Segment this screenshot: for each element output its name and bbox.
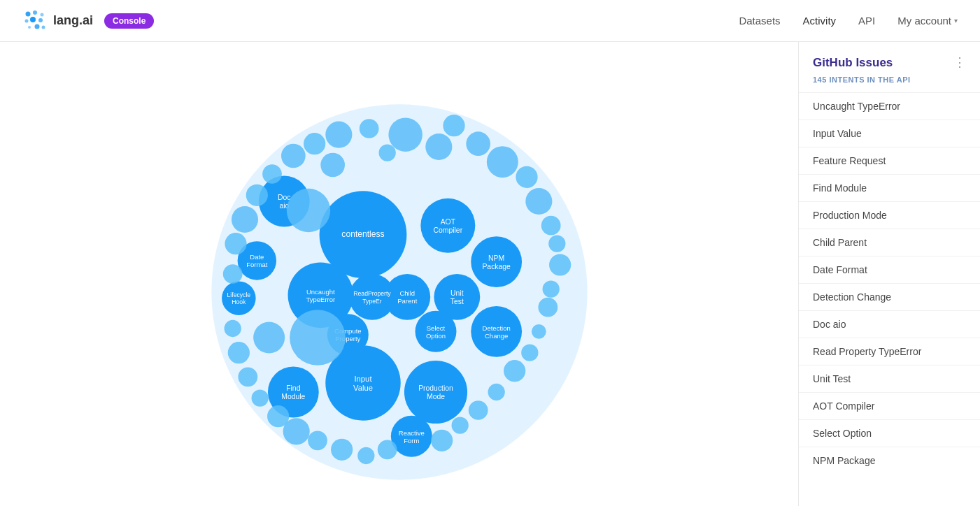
bubble-small12[interactable]	[538, 298, 558, 317]
svg-point-75	[246, 185, 267, 206]
svg-point-67	[267, 405, 289, 427]
bubble-small32[interactable]	[231, 206, 257, 233]
bubble-small34[interactable]	[262, 164, 282, 184]
bubble-production-mode[interactable]: ProductionMode	[404, 361, 467, 424]
bubble-small1[interactable]	[388, 117, 422, 152]
bubble-small21[interactable]	[357, 447, 374, 464]
sidebar-header: GitHub Issues ⋮	[799, 42, 980, 75]
sidebar-item-select-option[interactable]: Select Option	[799, 419, 980, 447]
sidebar-item-npm-package[interactable]: NPM Package	[799, 447, 980, 474]
svg-point-35	[349, 274, 395, 320]
bubble-small6[interactable]	[516, 166, 537, 188]
bubble-small10[interactable]	[549, 254, 571, 275]
bubble-small37[interactable]	[325, 122, 352, 148]
bubble-small14[interactable]	[521, 345, 538, 361]
bubble-small11[interactable]	[542, 281, 559, 298]
bubble-small15[interactable]	[504, 360, 525, 382]
sidebar-item-production-mode[interactable]: Production Mode	[799, 201, 980, 229]
bubble-small13[interactable]	[531, 324, 546, 339]
bubble-small20[interactable]	[377, 440, 397, 459]
bubble-detection-change[interactable]: DetectionChange	[471, 306, 522, 357]
bubble-small7[interactable]	[525, 188, 552, 215]
sidebar-item-input-value[interactable]: Input Value	[799, 120, 980, 147]
bubble-select-option[interactable]: SelectOption	[415, 311, 456, 352]
sidebar-item-uncaught-type-error[interactable]: Uncaught TypeError	[799, 92, 980, 120]
svg-point-48	[516, 166, 537, 188]
console-button[interactable]: Console	[104, 13, 154, 29]
svg-point-52	[549, 254, 571, 275]
svg-point-44	[425, 133, 452, 160]
nav-activity[interactable]: Activity	[803, 15, 837, 27]
svg-point-29	[415, 311, 456, 352]
svg-point-68	[251, 390, 268, 407]
svg-point-76	[262, 164, 282, 184]
bubble-small3[interactable]	[443, 115, 464, 136]
bubble-small38[interactable]	[359, 119, 378, 138]
sidebar-item-feature-request[interactable]: Feature Request	[799, 147, 980, 174]
bubble-small41[interactable]	[320, 153, 345, 178]
bubble-small23[interactable]	[308, 431, 327, 450]
sidebar-item-date-format[interactable]: Date Format	[799, 256, 980, 283]
bubble-small43[interactable]	[253, 321, 285, 353]
bubble-small39[interactable]	[378, 145, 395, 161]
bubble-small17[interactable]	[468, 400, 488, 420]
bubble-small28[interactable]	[227, 342, 249, 363]
bubble-small36[interactable]	[304, 133, 325, 154]
logo-icon	[22, 8, 48, 34]
sidebar-item-find-module[interactable]: Find Module	[799, 174, 980, 201]
bubble-small29[interactable]	[224, 320, 241, 337]
sidebar-item-read-property[interactable]: Read Property TypeError	[799, 338, 980, 365]
svg-point-8	[42, 25, 45, 29]
bubble-small35[interactable]	[281, 144, 306, 168]
svg-point-13	[404, 361, 467, 424]
svg-point-80	[359, 119, 378, 138]
sidebar-more-button[interactable]: ⋮	[953, 56, 966, 68]
bubble-small22[interactable]	[331, 439, 353, 461]
bubble-small30[interactable]	[222, 264, 242, 284]
bubble-npm-package[interactable]: NPMPackage	[471, 236, 522, 287]
sidebar-item-doc-aio[interactable]: Doc aio	[799, 310, 980, 338]
svg-point-45	[443, 115, 464, 136]
svg-point-74	[231, 206, 257, 233]
logo[interactable]: lang.ai	[22, 8, 93, 34]
bubble-small42[interactable]	[290, 310, 346, 366]
svg-point-15	[420, 198, 475, 253]
svg-point-79	[325, 122, 352, 148]
svg-point-51	[548, 236, 565, 252]
bubble-small9[interactable]	[548, 236, 565, 252]
bubble-aot-compiler[interactable]: AOTCompiler	[420, 198, 475, 253]
bubble-reactive-form[interactable]: ReactiveForm	[390, 416, 432, 457]
nav-my-account[interactable]: My account ▾	[897, 15, 958, 27]
logo-text: lang.ai	[53, 13, 93, 28]
svg-point-46	[466, 131, 490, 156]
bubble-small2[interactable]	[425, 133, 452, 160]
bubble-small26[interactable]	[251, 390, 268, 407]
nav-datasets[interactable]: Datasets	[739, 15, 780, 27]
sidebar-item-unit-test[interactable]: Unit Test	[799, 365, 980, 392]
sidebar-item-aot-compiler[interactable]: AOT Compiler	[799, 392, 980, 419]
bubble-read-property[interactable]: ReadPropertyTypeEr	[349, 274, 395, 320]
bubble-small18[interactable]	[451, 417, 468, 434]
header: lang.ai Console Datasets Activity API My…	[0, 0, 980, 42]
nav-api[interactable]: API	[858, 15, 875, 27]
svg-point-72	[222, 264, 242, 284]
sidebar-item-detection-change[interactable]: Detection Change	[799, 283, 980, 310]
bubble-small5[interactable]	[486, 146, 518, 178]
sidebar-item-child-parent[interactable]: Child Parent	[799, 229, 980, 256]
bubble-lifecycle-hook[interactable]: LifecycleHook	[222, 281, 256, 315]
svg-point-81	[378, 145, 395, 161]
bubble-small40[interactable]	[286, 189, 329, 232]
svg-point-57	[504, 360, 525, 382]
bubble-small33[interactable]	[246, 185, 267, 206]
svg-point-83	[320, 153, 345, 178]
svg-point-1	[33, 10, 37, 15]
bubble-small8[interactable]	[541, 216, 560, 236]
bubble-small31[interactable]	[225, 233, 246, 254]
svg-point-21	[471, 236, 522, 287]
bubble-small4[interactable]	[466, 131, 490, 156]
bubble-small16[interactable]	[488, 384, 504, 400]
bubble-small27[interactable]	[238, 367, 257, 386]
bubble-small25[interactable]	[267, 405, 289, 427]
bubble-small19[interactable]	[431, 430, 453, 451]
svg-point-5	[38, 18, 43, 22]
